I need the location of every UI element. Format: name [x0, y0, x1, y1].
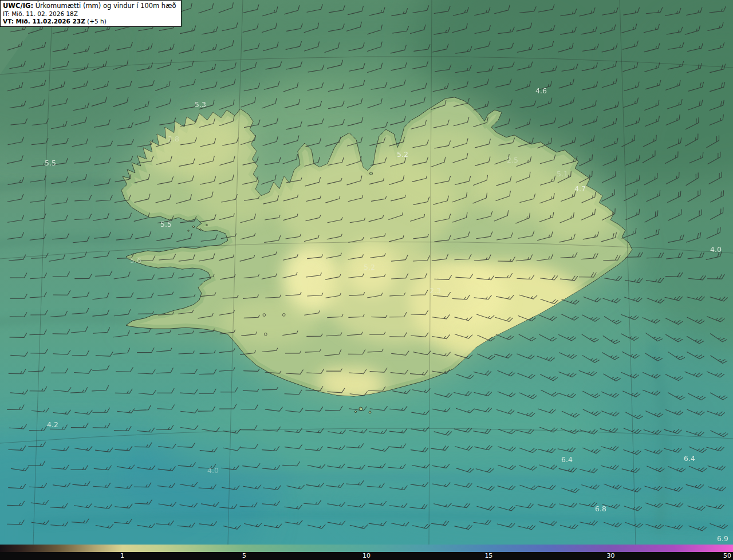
contour-label: 4.2 — [47, 420, 58, 429]
contour-label: 6.4 — [561, 455, 573, 464]
contour-label: 5.6 — [130, 256, 141, 265]
colorbar-gradient — [0, 545, 733, 552]
colorbar-tick-label: 50 — [723, 552, 731, 560]
contour-label: 2.8 — [168, 135, 179, 143]
valid-time: VT: Mið. 11.02.2026 23Z (+5 h) — [3, 18, 176, 25]
contour-label: 5.5 — [45, 159, 56, 167]
init-time: IT: Mið. 11. 02. 2026 18Z — [3, 10, 176, 17]
contour-label: 2.3 — [429, 286, 441, 295]
contour-label: 4.7 — [574, 184, 586, 193]
contour-label: 6.9 — [717, 534, 728, 543]
contour-label: 5.5 — [160, 220, 172, 228]
colorbar-tick-label: 1 — [120, 552, 124, 560]
model-name: UWC/IG: — [3, 2, 33, 10]
valid-time-offset: (+5 h) — [85, 18, 107, 25]
colorbar-tick-label: 10 — [362, 552, 371, 560]
contour-label: 6.4 — [684, 454, 695, 463]
weather-map: 5.32.85.55.22.54.65.14.74.05.55.65.22.34… — [0, 0, 733, 560]
colorbar: 1510153050 — [0, 545, 733, 560]
contour-label: 5.3 — [195, 100, 206, 109]
valid-time-main: VT: Mið. 11.02.2026 23Z — [3, 18, 85, 25]
colorbar-tick-label: 5 — [242, 552, 246, 560]
contour-label: 4.0 — [207, 466, 219, 475]
contour-label: 4.0 — [710, 245, 722, 254]
map-title-box: UWC/IG: Úrkomumætti (mm) og vindur í 100… — [0, 0, 182, 27]
contour-label: 5.2 — [397, 150, 408, 159]
contour-label: 4.6 — [535, 86, 547, 95]
map-title: UWC/IG: Úrkomumætti (mm) og vindur í 100… — [3, 2, 176, 10]
contour-label: 5.2 — [364, 263, 375, 271]
contour-label: 5.1 — [557, 169, 568, 178]
map-title-text: Úrkomumætti (mm) og vindur í 100m hæð — [33, 2, 176, 10]
map-canvas: 5.32.85.55.22.54.65.14.74.05.55.65.22.34… — [0, 0, 733, 545]
colorbar-tick-label: 15 — [484, 552, 492, 560]
contour-label: 6.8 — [595, 504, 606, 513]
colorbar-tick-label: 30 — [607, 552, 615, 560]
contour-label: 2.5 — [507, 156, 518, 164]
